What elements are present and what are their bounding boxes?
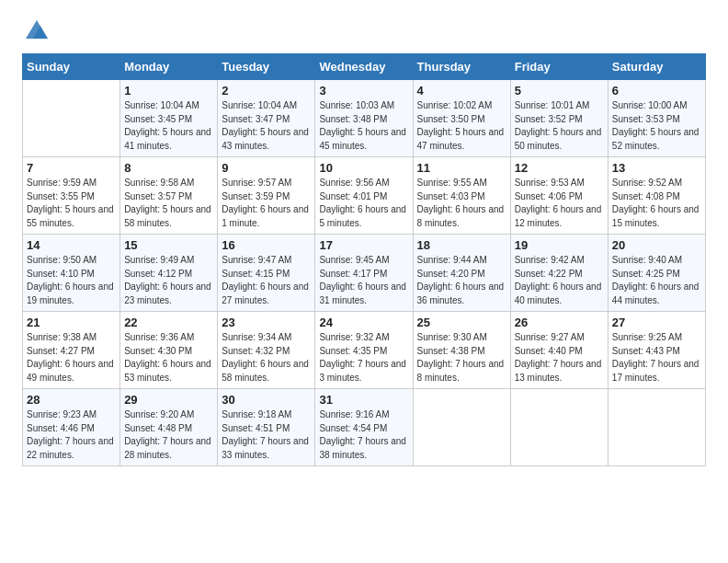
calendar-cell <box>23 80 120 157</box>
day-number: 24 <box>319 316 408 329</box>
day-info: Sunrise: 9:58 AMSunset: 3:57 PMDaylight:… <box>124 177 213 230</box>
day-info: Sunrise: 9:45 AMSunset: 4:17 PMDaylight:… <box>319 254 408 307</box>
day-number: 20 <box>612 238 701 252</box>
day-number: 2 <box>222 84 311 98</box>
day-number: 14 <box>27 238 116 252</box>
calendar-cell: 5Sunrise: 10:01 AMSunset: 3:52 PMDayligh… <box>510 80 608 157</box>
calendar-cell <box>510 389 608 466</box>
day-number: 16 <box>222 238 311 252</box>
calendar-cell: 29Sunrise: 9:20 AMSunset: 4:48 PMDayligh… <box>120 389 218 466</box>
calendar-cell: 11Sunrise: 9:55 AMSunset: 4:03 PMDayligh… <box>413 157 510 235</box>
day-number: 29 <box>124 393 213 407</box>
day-number: 4 <box>417 84 506 98</box>
day-info: Sunrise: 9:47 AMSunset: 4:15 PMDaylight:… <box>222 254 311 307</box>
calendar-cell: 7Sunrise: 9:59 AMSunset: 3:55 PMDaylight… <box>23 157 120 235</box>
calendar-cell: 22Sunrise: 9:36 AMSunset: 4:30 PMDayligh… <box>120 312 218 389</box>
day-info: Sunrise: 9:44 AMSunset: 4:20 PMDaylight:… <box>417 254 506 307</box>
calendar-cell: 15Sunrise: 9:49 AMSunset: 4:12 PMDayligh… <box>120 235 218 312</box>
day-info: Sunrise: 9:30 AMSunset: 4:38 PMDaylight:… <box>417 331 506 385</box>
day-number: 18 <box>417 238 506 252</box>
day-info: Sunrise: 10:03 AMSunset: 3:48 PMDaylight… <box>319 99 408 153</box>
day-info: Sunrise: 10:01 AMSunset: 3:52 PMDaylight… <box>515 99 604 153</box>
day-info: Sunrise: 9:56 AMSunset: 4:01 PMDaylight:… <box>319 177 408 230</box>
calendar-cell: 17Sunrise: 9:45 AMSunset: 4:17 PMDayligh… <box>315 235 413 312</box>
day-number: 31 <box>319 393 408 407</box>
day-info: Sunrise: 9:59 AMSunset: 3:55 PMDaylight:… <box>27 177 116 230</box>
calendar-cell: 24Sunrise: 9:32 AMSunset: 4:35 PMDayligh… <box>315 312 413 389</box>
calendar-cell: 23Sunrise: 9:34 AMSunset: 4:32 PMDayligh… <box>218 312 315 389</box>
calendar-cell: 1Sunrise: 10:04 AMSunset: 3:45 PMDayligh… <box>120 80 218 157</box>
day-number: 27 <box>612 316 701 329</box>
day-number: 7 <box>27 161 116 175</box>
day-number: 17 <box>319 238 408 252</box>
calendar-cell: 4Sunrise: 10:02 AMSunset: 3:50 PMDayligh… <box>413 80 510 157</box>
calendar-cell: 13Sunrise: 9:52 AMSunset: 4:08 PMDayligh… <box>608 157 705 235</box>
calendar-cell: 19Sunrise: 9:42 AMSunset: 4:22 PMDayligh… <box>510 235 608 312</box>
day-info: Sunrise: 9:32 AMSunset: 4:35 PMDaylight:… <box>319 331 408 385</box>
calendar-cell <box>413 389 510 466</box>
calendar-cell: 20Sunrise: 9:40 AMSunset: 4:25 PMDayligh… <box>608 235 705 312</box>
calendar-cell: 25Sunrise: 9:30 AMSunset: 4:38 PMDayligh… <box>413 312 510 389</box>
day-info: Sunrise: 9:18 AMSunset: 4:51 PMDaylight:… <box>222 408 311 462</box>
calendar-cell: 10Sunrise: 9:56 AMSunset: 4:01 PMDayligh… <box>315 157 413 235</box>
day-info: Sunrise: 10:04 AMSunset: 3:47 PMDaylight… <box>222 99 311 153</box>
weekday-header: Monday <box>120 54 218 80</box>
weekday-header: Sunday <box>23 54 120 80</box>
day-number: 26 <box>515 316 604 329</box>
calendar-cell: 14Sunrise: 9:50 AMSunset: 4:10 PMDayligh… <box>23 235 120 312</box>
day-number: 25 <box>417 316 506 329</box>
logo-icon <box>24 18 50 44</box>
weekday-header: Thursday <box>413 54 510 80</box>
calendar-cell: 31Sunrise: 9:16 AMSunset: 4:54 PMDayligh… <box>315 389 413 466</box>
weekday-header: Saturday <box>608 54 705 80</box>
calendar-table: SundayMondayTuesdayWednesdayThursdayFrid… <box>22 53 706 466</box>
day-info: Sunrise: 9:27 AMSunset: 4:40 PMDaylight:… <box>515 331 604 385</box>
day-info: Sunrise: 9:40 AMSunset: 4:25 PMDaylight:… <box>612 254 701 307</box>
calendar-cell: 9Sunrise: 9:57 AMSunset: 3:59 PMDaylight… <box>218 157 315 235</box>
day-number: 19 <box>515 238 604 252</box>
day-number: 9 <box>222 161 311 175</box>
day-info: Sunrise: 10:00 AMSunset: 3:53 PMDaylight… <box>612 99 701 153</box>
day-info: Sunrise: 9:42 AMSunset: 4:22 PMDaylight:… <box>515 254 604 307</box>
day-info: Sunrise: 9:20 AMSunset: 4:48 PMDaylight:… <box>124 408 213 462</box>
day-number: 22 <box>124 316 213 329</box>
calendar-cell: 16Sunrise: 9:47 AMSunset: 4:15 PMDayligh… <box>218 235 315 312</box>
day-info: Sunrise: 9:55 AMSunset: 4:03 PMDaylight:… <box>417 177 506 230</box>
day-number: 15 <box>124 238 213 252</box>
day-number: 3 <box>319 84 408 98</box>
day-number: 11 <box>417 161 506 175</box>
day-info: Sunrise: 9:36 AMSunset: 4:30 PMDaylight:… <box>124 331 213 385</box>
day-info: Sunrise: 10:04 AMSunset: 3:45 PMDaylight… <box>124 99 213 153</box>
logo <box>22 18 50 44</box>
day-number: 6 <box>612 84 701 98</box>
day-info: Sunrise: 9:23 AMSunset: 4:46 PMDaylight:… <box>27 408 116 462</box>
day-info: Sunrise: 9:50 AMSunset: 4:10 PMDaylight:… <box>27 254 116 307</box>
day-info: Sunrise: 9:53 AMSunset: 4:06 PMDaylight:… <box>515 177 604 230</box>
day-number: 5 <box>515 84 604 98</box>
calendar-cell <box>608 389 705 466</box>
day-number: 23 <box>222 316 311 329</box>
calendar-cell: 21Sunrise: 9:38 AMSunset: 4:27 PMDayligh… <box>23 312 120 389</box>
day-number: 10 <box>319 161 408 175</box>
day-info: Sunrise: 9:25 AMSunset: 4:43 PMDaylight:… <box>612 331 701 385</box>
calendar-cell: 8Sunrise: 9:58 AMSunset: 3:57 PMDaylight… <box>120 157 218 235</box>
day-number: 13 <box>612 161 701 175</box>
calendar-cell: 27Sunrise: 9:25 AMSunset: 4:43 PMDayligh… <box>608 312 705 389</box>
day-number: 1 <box>124 84 213 98</box>
day-info: Sunrise: 9:38 AMSunset: 4:27 PMDaylight:… <box>27 331 116 385</box>
day-info: Sunrise: 9:34 AMSunset: 4:32 PMDaylight:… <box>222 331 311 385</box>
day-number: 8 <box>124 161 213 175</box>
day-number: 21 <box>27 316 116 329</box>
calendar-cell: 18Sunrise: 9:44 AMSunset: 4:20 PMDayligh… <box>413 235 510 312</box>
weekday-header: Wednesday <box>315 54 413 80</box>
calendar-cell: 2Sunrise: 10:04 AMSunset: 3:47 PMDayligh… <box>218 80 315 157</box>
day-info: Sunrise: 9:16 AMSunset: 4:54 PMDaylight:… <box>319 408 408 462</box>
calendar-cell: 12Sunrise: 9:53 AMSunset: 4:06 PMDayligh… <box>510 157 608 235</box>
calendar-cell: 30Sunrise: 9:18 AMSunset: 4:51 PMDayligh… <box>218 389 315 466</box>
day-number: 28 <box>27 393 116 407</box>
calendar-cell: 6Sunrise: 10:00 AMSunset: 3:53 PMDayligh… <box>608 80 705 157</box>
weekday-header: Tuesday <box>218 54 315 80</box>
day-number: 30 <box>222 393 311 407</box>
day-info: Sunrise: 9:57 AMSunset: 3:59 PMDaylight:… <box>222 177 311 230</box>
day-info: Sunrise: 9:52 AMSunset: 4:08 PMDaylight:… <box>612 177 701 230</box>
